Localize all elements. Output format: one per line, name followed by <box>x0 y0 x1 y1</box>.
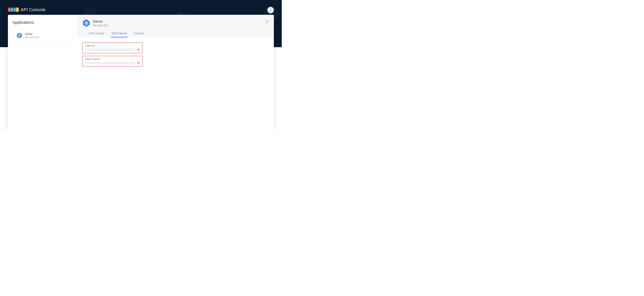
detail-panel: Demo 08 June 2023 ✕ Client Details Clien… <box>77 15 274 129</box>
copy-client-secret-button[interactable] <box>137 62 140 64</box>
sidebar-app-row[interactable]: Demo 08 June 2023 <box>12 29 72 42</box>
client-id-value[interactable] <box>85 49 135 51</box>
tab-client-secret[interactable]: Client Secret <box>111 30 128 38</box>
detail-date: 08 June 2023 <box>93 24 108 27</box>
app-row-date: 08 June 2023 <box>25 36 39 39</box>
svg-rect-7 <box>138 62 139 63</box>
sidebar-title: Applications <box>12 20 72 25</box>
close-icon: ✕ <box>266 20 268 23</box>
detail-title-row: Demo 08 June 2023 <box>82 19 268 30</box>
client-id-row <box>85 48 140 51</box>
copy-icon <box>137 62 140 64</box>
tabs: Client Details Client Secret Settings <box>82 30 268 38</box>
globe-icon <box>18 34 21 37</box>
logo-letter: O <box>16 8 19 12</box>
copy-client-id-button[interactable] <box>137 48 140 51</box>
globe-icon <box>84 21 88 25</box>
brand-title: API Console <box>21 7 46 12</box>
svg-rect-6 <box>138 63 139 64</box>
svg-rect-5 <box>138 49 139 50</box>
app-row-name: Demo <box>25 32 39 36</box>
brand: Z O H O API Console <box>8 7 46 12</box>
svg-rect-4 <box>138 49 139 51</box>
close-button[interactable]: ✕ <box>264 19 270 24</box>
user-icon <box>268 8 273 12</box>
sidebar: Applications Demo 08 June 2023 <box>8 15 77 129</box>
detail-body: Client ID Client Secret <box>77 38 274 129</box>
avatar[interactable] <box>268 7 274 13</box>
logo-letter: Z <box>8 8 10 12</box>
client-secret-block: Client Secret <box>82 56 143 67</box>
client-id-label: Client ID <box>85 44 140 47</box>
detail-header: Demo 08 June 2023 ✕ Client Details Clien… <box>77 15 274 38</box>
tab-settings[interactable]: Settings <box>133 30 144 38</box>
main-card: Applications Demo 08 June 2023 Demo <box>8 15 274 129</box>
client-secret-value[interactable] <box>85 62 135 64</box>
copy-icon <box>137 48 140 51</box>
tab-client-details[interactable]: Client Details <box>88 30 105 38</box>
client-id-block: Client ID <box>82 43 143 53</box>
detail-title: Demo <box>93 20 108 24</box>
logo-letter: H <box>13 8 16 12</box>
logo-letter: O <box>10 8 13 12</box>
client-secret-label: Client Secret <box>85 58 140 61</box>
detail-hex-icon <box>82 19 90 27</box>
zoho-logo: Z O H O <box>8 8 19 12</box>
client-secret-row <box>85 62 140 64</box>
app-row-texts: Demo 08 June 2023 <box>25 32 39 39</box>
detail-title-texts: Demo 08 June 2023 <box>93 20 108 27</box>
app-hex-icon <box>16 33 22 38</box>
